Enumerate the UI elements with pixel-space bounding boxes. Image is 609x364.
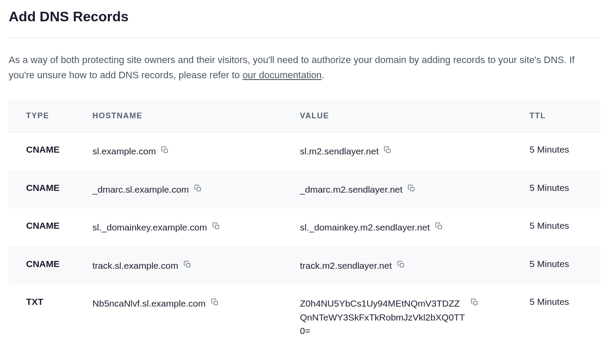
value-text: Z0h4NU5YbCs1Uy94MEtNQmV3TDZZQnNTeWY3SkFx…	[300, 297, 465, 338]
svg-rect-4	[215, 225, 219, 229]
record-hostname-cell: _dmarc.sl.example.com	[84, 170, 291, 209]
hostname-text: Nb5ncaNlvf.sl.example.com	[93, 297, 206, 311]
table-row: TXTNb5ncaNlvf.sl.example.comZ0h4NU5YbCs1…	[9, 284, 600, 350]
hostname-text: _dmarc.sl.example.com	[93, 183, 189, 197]
copy-icon[interactable]	[212, 222, 220, 230]
record-value-cell: sl._domainkey.m2.sendlayer.net	[291, 208, 521, 247]
record-type-cell: CNAME	[9, 170, 84, 209]
column-header-hostname: HOSTNAME	[84, 100, 291, 132]
value-text: sl.m2.sendlayer.net	[300, 144, 379, 158]
record-hostname-cell: sl._domainkey.example.com	[84, 208, 291, 247]
copy-icon[interactable]	[397, 260, 405, 268]
column-header-type: TYPE	[9, 100, 84, 132]
table-row: CNAMEsl._domainkey.example.comsl._domain…	[9, 208, 600, 247]
svg-rect-1	[387, 149, 390, 153]
copy-icon[interactable]	[471, 298, 478, 306]
page-title: Add DNS Records	[9, 9, 600, 38]
record-ttl-cell: 5 Minutes	[521, 247, 600, 285]
record-value-cell: _dmarc.m2.sendlayer.net	[291, 170, 521, 209]
svg-rect-5	[438, 225, 442, 229]
documentation-link[interactable]: our documentation	[242, 70, 321, 80]
svg-rect-9	[473, 301, 477, 305]
hostname-text: sl._domainkey.example.com	[93, 220, 207, 234]
record-type-cell: TXT	[9, 284, 84, 350]
record-ttl-cell: 5 Minutes	[521, 170, 600, 209]
svg-rect-6	[187, 264, 190, 267]
copy-icon[interactable]	[408, 184, 415, 192]
svg-rect-2	[197, 187, 201, 191]
record-type-cell: CNAME	[9, 247, 84, 285]
copy-icon[interactable]	[194, 184, 202, 192]
value-text: track.m2.sendlayer.net	[300, 259, 392, 273]
record-type-cell: CNAME	[9, 132, 84, 170]
record-type-cell: CNAME	[9, 208, 84, 247]
record-hostname-cell: track.sl.example.com	[84, 247, 291, 285]
record-value-cell: Z0h4NU5YbCs1Uy94MEtNQmV3TDZZQnNTeWY3SkFx…	[291, 284, 521, 350]
svg-rect-3	[411, 187, 414, 191]
value-text: _dmarc.m2.sendlayer.net	[300, 183, 403, 197]
copy-icon[interactable]	[435, 222, 443, 230]
record-value-cell: sl.m2.sendlayer.net	[291, 132, 521, 170]
copy-icon[interactable]	[161, 146, 169, 154]
column-header-value: VALUE	[291, 100, 521, 132]
svg-rect-8	[214, 301, 218, 305]
copy-icon[interactable]	[184, 260, 191, 268]
intro-text-after: .	[322, 70, 325, 80]
record-hostname-cell: Nb5ncaNlvf.sl.example.com	[84, 284, 291, 350]
table-row: CNAMEtrack.sl.example.comtrack.m2.sendla…	[9, 247, 600, 285]
value-text: sl._domainkey.m2.sendlayer.net	[300, 220, 430, 234]
table-row: CNAMEsl.example.comsl.m2.sendlayer.net5 …	[9, 132, 600, 170]
dns-records-table: TYPE HOSTNAME VALUE TTL CNAMEsl.example.…	[9, 100, 600, 350]
svg-rect-7	[400, 264, 404, 267]
copy-icon[interactable]	[384, 146, 392, 154]
hostname-text: track.sl.example.com	[93, 259, 178, 273]
intro-paragraph: As a way of both protecting site owners …	[9, 52, 600, 83]
record-ttl-cell: 5 Minutes	[521, 208, 600, 247]
svg-rect-0	[164, 149, 167, 153]
record-value-cell: track.m2.sendlayer.net	[291, 247, 521, 285]
record-ttl-cell: 5 Minutes	[521, 284, 600, 350]
table-row: CNAME_dmarc.sl.example.com_dmarc.m2.send…	[9, 170, 600, 209]
record-hostname-cell: sl.example.com	[84, 132, 291, 170]
column-header-ttl: TTL	[521, 100, 600, 132]
hostname-text: sl.example.com	[93, 144, 156, 158]
record-ttl-cell: 5 Minutes	[521, 132, 600, 170]
copy-icon[interactable]	[211, 298, 219, 306]
